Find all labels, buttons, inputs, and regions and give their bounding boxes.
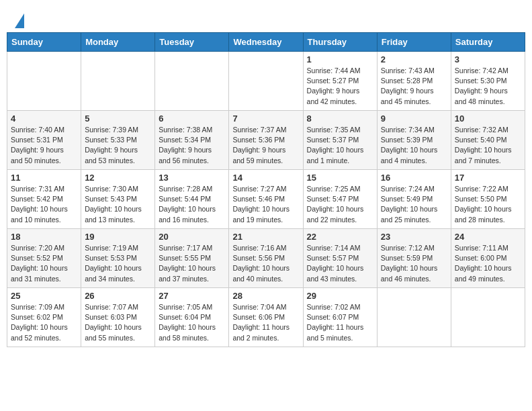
day-number: 8: [307, 113, 373, 124]
day-info: Sunrise: 7:31 AM Sunset: 5:42 PM Dayligh…: [11, 184, 77, 225]
day-header-saturday: Saturday: [451, 33, 525, 52]
calendar-cell: 7Sunrise: 7:37 AM Sunset: 5:36 PM Daylig…: [229, 111, 303, 170]
day-info: Sunrise: 7:30 AM Sunset: 5:43 PM Dayligh…: [85, 184, 151, 225]
day-number: 20: [159, 232, 225, 242]
day-info: Sunrise: 7:40 AM Sunset: 5:31 PM Dayligh…: [11, 125, 77, 166]
day-number: 4: [11, 113, 77, 124]
calendar-cell: 16Sunrise: 7:24 AM Sunset: 5:49 PM Dayli…: [377, 170, 451, 229]
day-info: Sunrise: 7:44 AM Sunset: 5:27 PM Dayligh…: [307, 66, 373, 107]
day-number: 26: [85, 291, 151, 301]
day-number: 5: [85, 113, 151, 124]
day-number: 11: [11, 173, 77, 183]
day-info: Sunrise: 7:35 AM Sunset: 5:37 PM Dayligh…: [307, 125, 373, 166]
calendar-cell: 23Sunrise: 7:12 AM Sunset: 5:59 PM Dayli…: [377, 229, 451, 288]
day-number: 19: [85, 232, 151, 242]
day-info: Sunrise: 7:14 AM Sunset: 5:57 PM Dayligh…: [307, 243, 373, 284]
day-header-tuesday: Tuesday: [155, 33, 229, 52]
day-number: 9: [381, 113, 447, 124]
day-info: Sunrise: 7:19 AM Sunset: 5:53 PM Dayligh…: [85, 243, 151, 284]
calendar-cell: 18Sunrise: 7:20 AM Sunset: 5:52 PM Dayli…: [7, 229, 81, 288]
day-number: 13: [159, 173, 225, 183]
calendar-cell: 28Sunrise: 7:04 AM Sunset: 6:06 PM Dayli…: [229, 288, 303, 347]
calendar-cell: 15Sunrise: 7:25 AM Sunset: 5:47 PM Dayli…: [303, 170, 377, 229]
week-row-0: 1Sunrise: 7:44 AM Sunset: 5:27 PM Daylig…: [7, 52, 525, 111]
day-number: 6: [159, 113, 225, 124]
calendar-cell: 24Sunrise: 7:11 AM Sunset: 6:00 PM Dayli…: [451, 229, 525, 288]
day-info: Sunrise: 7:32 AM Sunset: 5:40 PM Dayligh…: [455, 125, 521, 166]
logo-icon: [15, 13, 24, 28]
day-number: 16: [381, 173, 447, 183]
calendar-cell: [451, 288, 525, 347]
day-number: 3: [455, 54, 521, 64]
day-info: Sunrise: 7:38 AM Sunset: 5:34 PM Dayligh…: [159, 125, 225, 166]
day-number: 22: [307, 232, 373, 242]
day-info: Sunrise: 7:11 AM Sunset: 6:00 PM Dayligh…: [455, 243, 521, 284]
calendar-cell: 4Sunrise: 7:40 AM Sunset: 5:31 PM Daylig…: [7, 111, 81, 170]
day-info: Sunrise: 7:28 AM Sunset: 5:44 PM Dayligh…: [159, 184, 225, 225]
calendar-cell: 8Sunrise: 7:35 AM Sunset: 5:37 PM Daylig…: [303, 111, 377, 170]
calendar-cell: 17Sunrise: 7:22 AM Sunset: 5:50 PM Dayli…: [451, 170, 525, 229]
week-row-4: 25Sunrise: 7:09 AM Sunset: 6:02 PM Dayli…: [7, 288, 525, 347]
logo: [7, 7, 24, 27]
calendar-cell: [81, 52, 155, 111]
day-number: 29: [307, 291, 373, 301]
day-number: 28: [232, 291, 299, 301]
calendar-cell: 21Sunrise: 7:16 AM Sunset: 5:56 PM Dayli…: [229, 229, 303, 288]
calendar-cell: 1Sunrise: 7:44 AM Sunset: 5:27 PM Daylig…: [303, 52, 377, 111]
calendar-table: SundayMondayTuesdayWednesdayThursdayFrid…: [7, 32, 525, 347]
calendar-cell: 14Sunrise: 7:27 AM Sunset: 5:46 PM Dayli…: [229, 170, 303, 229]
day-number: 25: [11, 291, 77, 301]
calendar-cell: [155, 52, 229, 111]
calendar-cell: 29Sunrise: 7:02 AM Sunset: 6:07 PM Dayli…: [303, 288, 377, 347]
week-row-1: 4Sunrise: 7:40 AM Sunset: 5:31 PM Daylig…: [7, 111, 525, 170]
calendar-cell: 9Sunrise: 7:34 AM Sunset: 5:39 PM Daylig…: [377, 111, 451, 170]
day-number: 12: [85, 173, 151, 183]
day-info: Sunrise: 7:16 AM Sunset: 5:56 PM Dayligh…: [232, 243, 299, 284]
day-info: Sunrise: 7:43 AM Sunset: 5:28 PM Dayligh…: [381, 66, 447, 107]
day-info: Sunrise: 7:17 AM Sunset: 5:55 PM Dayligh…: [159, 243, 225, 284]
day-number: 24: [455, 232, 521, 242]
week-row-3: 18Sunrise: 7:20 AM Sunset: 5:52 PM Dayli…: [7, 229, 525, 288]
day-number: 7: [232, 113, 299, 124]
day-info: Sunrise: 7:05 AM Sunset: 6:04 PM Dayligh…: [159, 302, 225, 343]
day-number: 23: [381, 232, 447, 242]
week-row-2: 11Sunrise: 7:31 AM Sunset: 5:42 PM Dayli…: [7, 170, 525, 229]
day-header-friday: Friday: [377, 33, 451, 52]
day-number: 14: [232, 173, 299, 183]
day-number: 10: [455, 113, 521, 124]
day-info: Sunrise: 7:12 AM Sunset: 5:59 PM Dayligh…: [381, 243, 447, 284]
calendar-cell: 2Sunrise: 7:43 AM Sunset: 5:28 PM Daylig…: [377, 52, 451, 111]
calendar-cell: 25Sunrise: 7:09 AM Sunset: 6:02 PM Dayli…: [7, 288, 81, 347]
day-number: 27: [159, 291, 225, 301]
day-info: Sunrise: 7:34 AM Sunset: 5:39 PM Dayligh…: [381, 125, 447, 166]
day-info: Sunrise: 7:42 AM Sunset: 5:30 PM Dayligh…: [455, 66, 521, 107]
calendar-cell: [377, 288, 451, 347]
calendar-cell: 22Sunrise: 7:14 AM Sunset: 5:57 PM Dayli…: [303, 229, 377, 288]
day-info: Sunrise: 7:07 AM Sunset: 6:03 PM Dayligh…: [85, 302, 151, 343]
calendar-cell: 27Sunrise: 7:05 AM Sunset: 6:04 PM Dayli…: [155, 288, 229, 347]
day-header-sunday: Sunday: [7, 33, 81, 52]
calendar-cell: 13Sunrise: 7:28 AM Sunset: 5:44 PM Dayli…: [155, 170, 229, 229]
day-header-monday: Monday: [81, 33, 155, 52]
calendar-body: 1Sunrise: 7:44 AM Sunset: 5:27 PM Daylig…: [7, 52, 525, 347]
calendar-cell: 26Sunrise: 7:07 AM Sunset: 6:03 PM Dayli…: [81, 288, 155, 347]
calendar-cell: 12Sunrise: 7:30 AM Sunset: 5:43 PM Dayli…: [81, 170, 155, 229]
day-info: Sunrise: 7:22 AM Sunset: 5:50 PM Dayligh…: [455, 184, 521, 225]
day-number: 1: [307, 54, 373, 64]
title-area: [519, 7, 525, 12]
day-info: Sunrise: 7:09 AM Sunset: 6:02 PM Dayligh…: [11, 302, 77, 343]
day-info: Sunrise: 7:02 AM Sunset: 6:07 PM Dayligh…: [307, 302, 373, 343]
day-header-wednesday: Wednesday: [229, 33, 303, 52]
calendar-header-row: SundayMondayTuesdayWednesdayThursdayFrid…: [7, 33, 525, 52]
calendar-cell: 6Sunrise: 7:38 AM Sunset: 5:34 PM Daylig…: [155, 111, 229, 170]
day-info: Sunrise: 7:37 AM Sunset: 5:36 PM Dayligh…: [232, 125, 299, 166]
day-number: 15: [307, 173, 373, 183]
day-number: 17: [455, 173, 521, 183]
day-number: 21: [232, 232, 299, 242]
calendar-cell: 3Sunrise: 7:42 AM Sunset: 5:30 PM Daylig…: [451, 52, 525, 111]
calendar-cell: 11Sunrise: 7:31 AM Sunset: 5:42 PM Dayli…: [7, 170, 81, 229]
day-header-thursday: Thursday: [303, 33, 377, 52]
day-info: Sunrise: 7:25 AM Sunset: 5:47 PM Dayligh…: [307, 184, 373, 225]
day-info: Sunrise: 7:39 AM Sunset: 5:33 PM Dayligh…: [85, 125, 151, 166]
calendar-cell: 20Sunrise: 7:17 AM Sunset: 5:55 PM Dayli…: [155, 229, 229, 288]
